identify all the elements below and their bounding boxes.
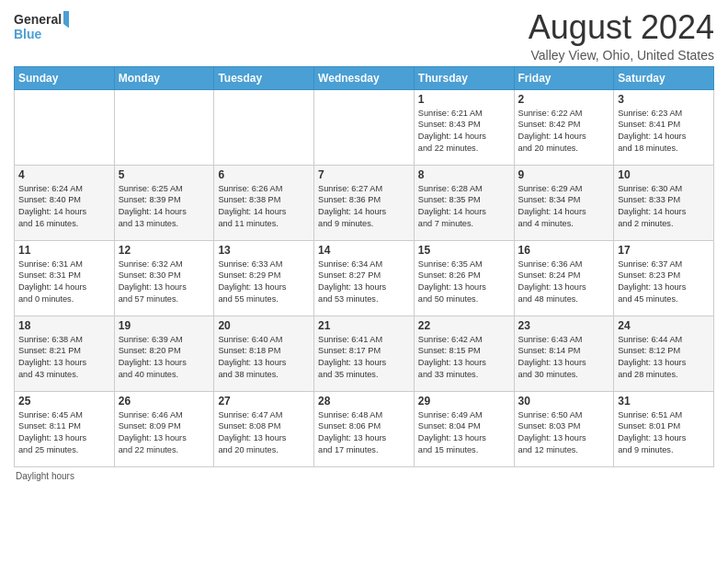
day-cell: 12Sunrise: 6:32 AMSunset: 8:30 PMDayligh… — [114, 240, 214, 316]
day-number: 9 — [518, 168, 610, 181]
day-number: 27 — [218, 395, 310, 408]
day-info: Sunrise: 6:44 AMSunset: 8:12 PMDaylight:… — [618, 334, 710, 382]
week-row-4: 18Sunrise: 6:38 AMSunset: 8:21 PMDayligh… — [15, 316, 714, 391]
day-cell — [114, 89, 214, 165]
day-cell: 31Sunrise: 6:51 AMSunset: 8:01 PMDayligh… — [614, 391, 714, 466]
weekday-header-friday: Friday — [514, 66, 614, 89]
day-info: Sunrise: 6:24 AMSunset: 8:40 PMDaylight:… — [18, 183, 110, 231]
day-number: 4 — [18, 168, 110, 181]
day-cell: 21Sunrise: 6:41 AMSunset: 8:17 PMDayligh… — [314, 316, 415, 391]
day-info: Sunrise: 6:32 AMSunset: 8:30 PMDaylight:… — [119, 259, 210, 306]
logo: General Blue — [14, 9, 69, 44]
day-cell: 4Sunrise: 6:24 AMSunset: 8:40 PMDaylight… — [15, 165, 115, 240]
day-cell — [314, 89, 415, 165]
day-info: Sunrise: 6:47 AMSunset: 8:08 PMDaylight:… — [218, 409, 310, 457]
day-number: 11 — [18, 244, 110, 257]
day-number: 20 — [218, 319, 310, 332]
day-cell: 28Sunrise: 6:48 AMSunset: 8:06 PMDayligh… — [314, 391, 415, 466]
day-info: Sunrise: 6:36 AMSunset: 8:24 PMDaylight:… — [518, 259, 610, 306]
day-cell: 30Sunrise: 6:50 AMSunset: 8:03 PMDayligh… — [514, 391, 614, 466]
header-row: SundayMondayTuesdayWednesdayThursdayFrid… — [15, 66, 714, 89]
svg-text:Blue: Blue — [14, 27, 42, 41]
calendar-table: SundayMondayTuesdayWednesdayThursdayFrid… — [14, 66, 714, 467]
day-info: Sunrise: 6:48 AMSunset: 8:06 PMDaylight:… — [318, 409, 410, 457]
day-cell: 5Sunrise: 6:25 AMSunset: 8:39 PMDaylight… — [114, 165, 214, 240]
day-cell: 29Sunrise: 6:49 AMSunset: 8:04 PMDayligh… — [414, 391, 514, 466]
day-number: 17 — [618, 244, 710, 257]
day-number: 3 — [618, 93, 710, 106]
day-number: 25 — [18, 395, 110, 408]
weekday-header-sunday: Sunday — [15, 66, 115, 89]
month-title: August 2024 — [529, 9, 714, 46]
week-row-1: 1Sunrise: 6:21 AMSunset: 8:43 PMDaylight… — [15, 89, 714, 165]
day-cell: 14Sunrise: 6:34 AMSunset: 8:27 PMDayligh… — [314, 240, 415, 316]
day-cell: 15Sunrise: 6:35 AMSunset: 8:26 PMDayligh… — [414, 240, 514, 316]
day-info: Sunrise: 6:50 AMSunset: 8:03 PMDaylight:… — [518, 409, 610, 457]
day-info: Sunrise: 6:26 AMSunset: 8:38 PMDaylight:… — [218, 183, 310, 231]
day-number: 8 — [418, 168, 510, 181]
day-info: Sunrise: 6:37 AMSunset: 8:23 PMDaylight:… — [618, 259, 710, 306]
day-cell: 9Sunrise: 6:29 AMSunset: 8:34 PMDaylight… — [514, 165, 614, 240]
day-info: Sunrise: 6:49 AMSunset: 8:04 PMDaylight:… — [418, 409, 510, 457]
day-info: Sunrise: 6:43 AMSunset: 8:14 PMDaylight:… — [518, 334, 610, 382]
day-info: Sunrise: 6:41 AMSunset: 8:17 PMDaylight:… — [318, 334, 410, 382]
day-number: 23 — [518, 319, 610, 332]
svg-marker-2 — [63, 11, 69, 29]
day-cell: 23Sunrise: 6:43 AMSunset: 8:14 PMDayligh… — [514, 316, 614, 391]
day-number: 29 — [418, 395, 510, 408]
weekday-header-thursday: Thursday — [414, 66, 514, 89]
day-cell: 25Sunrise: 6:45 AMSunset: 8:11 PMDayligh… — [15, 391, 115, 466]
day-info: Sunrise: 6:31 AMSunset: 8:31 PMDaylight:… — [18, 259, 110, 306]
day-number: 22 — [418, 319, 510, 332]
day-cell: 24Sunrise: 6:44 AMSunset: 8:12 PMDayligh… — [614, 316, 714, 391]
day-info: Sunrise: 6:46 AMSunset: 8:09 PMDaylight:… — [119, 409, 210, 457]
day-info: Sunrise: 6:34 AMSunset: 8:27 PMDaylight:… — [318, 259, 410, 306]
day-number: 30 — [518, 395, 610, 408]
day-number: 5 — [119, 168, 210, 181]
day-cell: 7Sunrise: 6:27 AMSunset: 8:36 PMDaylight… — [314, 165, 415, 240]
day-info: Sunrise: 6:42 AMSunset: 8:15 PMDaylight:… — [418, 334, 510, 382]
day-cell: 3Sunrise: 6:23 AMSunset: 8:41 PMDaylight… — [614, 89, 714, 165]
week-row-2: 4Sunrise: 6:24 AMSunset: 8:40 PMDaylight… — [15, 165, 714, 240]
day-number: 14 — [318, 244, 410, 257]
day-number: 24 — [618, 319, 710, 332]
day-info: Sunrise: 6:38 AMSunset: 8:21 PMDaylight:… — [18, 334, 110, 382]
day-number: 13 — [218, 244, 310, 257]
week-row-3: 11Sunrise: 6:31 AMSunset: 8:31 PMDayligh… — [15, 240, 714, 316]
weekday-header-tuesday: Tuesday — [214, 66, 314, 89]
day-cell: 19Sunrise: 6:39 AMSunset: 8:20 PMDayligh… — [114, 316, 214, 391]
day-number: 21 — [318, 319, 410, 332]
page-container: General Blue August 2024 Valley View, Oh… — [0, 0, 728, 486]
day-cell: 1Sunrise: 6:21 AMSunset: 8:43 PMDaylight… — [414, 89, 514, 165]
day-info: Sunrise: 6:39 AMSunset: 8:20 PMDaylight:… — [119, 334, 210, 382]
day-cell — [214, 89, 314, 165]
day-number: 7 — [318, 168, 410, 181]
day-cell: 17Sunrise: 6:37 AMSunset: 8:23 PMDayligh… — [614, 240, 714, 316]
day-cell: 18Sunrise: 6:38 AMSunset: 8:21 PMDayligh… — [15, 316, 115, 391]
day-cell — [15, 89, 115, 165]
day-cell: 27Sunrise: 6:47 AMSunset: 8:08 PMDayligh… — [214, 391, 314, 466]
day-number: 28 — [318, 395, 410, 408]
location: Valley View, Ohio, United States — [529, 48, 714, 63]
day-info: Sunrise: 6:22 AMSunset: 8:42 PMDaylight:… — [518, 108, 610, 155]
day-number: 10 — [618, 168, 710, 181]
day-number: 31 — [618, 395, 710, 408]
day-number: 26 — [119, 395, 210, 408]
weekday-header-wednesday: Wednesday — [314, 66, 415, 89]
day-info: Sunrise: 6:45 AMSunset: 8:11 PMDaylight:… — [18, 409, 110, 457]
day-info: Sunrise: 6:35 AMSunset: 8:26 PMDaylight:… — [418, 259, 510, 306]
day-number: 2 — [518, 93, 610, 106]
footer-note: Daylight hours — [14, 471, 714, 481]
day-info: Sunrise: 6:29 AMSunset: 8:34 PMDaylight:… — [518, 183, 610, 231]
day-cell: 2Sunrise: 6:22 AMSunset: 8:42 PMDaylight… — [514, 89, 614, 165]
day-cell: 10Sunrise: 6:30 AMSunset: 8:33 PMDayligh… — [614, 165, 714, 240]
day-info: Sunrise: 6:40 AMSunset: 8:18 PMDaylight:… — [218, 334, 310, 382]
day-cell: 22Sunrise: 6:42 AMSunset: 8:15 PMDayligh… — [414, 316, 514, 391]
day-info: Sunrise: 6:21 AMSunset: 8:43 PMDaylight:… — [418, 108, 510, 155]
header: General Blue August 2024 Valley View, Oh… — [14, 9, 714, 63]
week-row-5: 25Sunrise: 6:45 AMSunset: 8:11 PMDayligh… — [15, 391, 714, 466]
day-number: 16 — [518, 244, 610, 257]
logo-svg: General Blue — [14, 9, 69, 44]
day-cell: 16Sunrise: 6:36 AMSunset: 8:24 PMDayligh… — [514, 240, 614, 316]
day-cell: 20Sunrise: 6:40 AMSunset: 8:18 PMDayligh… — [214, 316, 314, 391]
